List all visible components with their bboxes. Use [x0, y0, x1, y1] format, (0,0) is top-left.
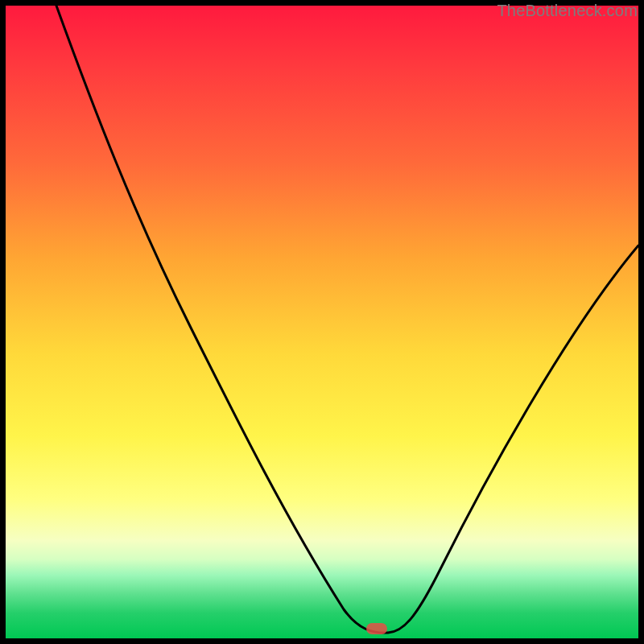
optimum-marker — [366, 623, 387, 634]
chart-stage: TheBottleneck.com — [0, 0, 644, 644]
plot-background — [6, 6, 638, 638]
watermark-text: TheBottleneck.com — [497, 2, 638, 20]
